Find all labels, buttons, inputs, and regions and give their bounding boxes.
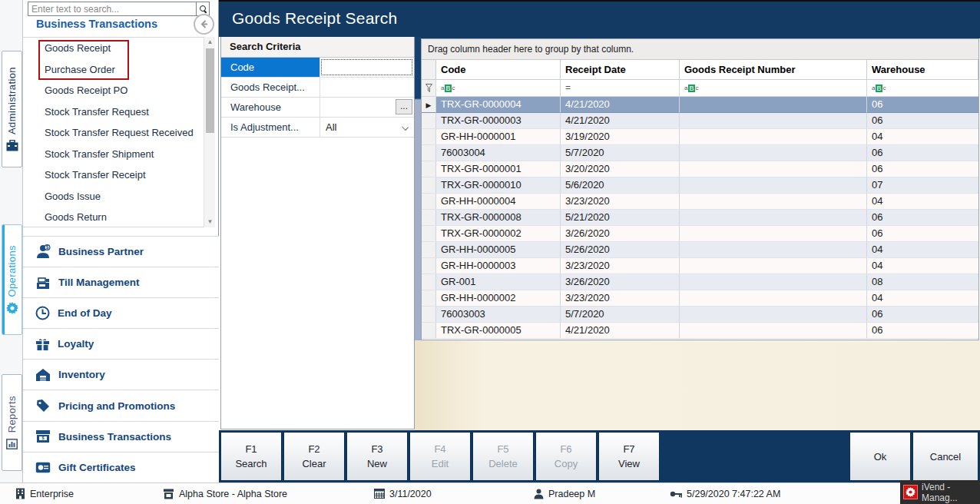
nav-group-business-partner[interactable]: $ Business Partner: [23, 236, 219, 267]
tab-reports[interactable]: Reports: [2, 374, 22, 471]
application-window: Administration Operations Reports Busine…: [0, 0, 980, 504]
column-header-goods-receipt-number[interactable]: Goods Receipt Number: [680, 60, 867, 80]
warehouse-lookup-button[interactable]: ...: [396, 99, 412, 114]
cancel-button[interactable]: Cancel: [912, 432, 978, 481]
nav-item-goods-receipt[interactable]: Goods Receipt: [23, 38, 204, 59]
cell-goods-receipt-number: [680, 226, 867, 242]
table-row[interactable]: TRX-GR-0000008 5/21/2020 06: [422, 210, 978, 226]
table-row[interactable]: TRX-GR-0000010 5/6/2020 07: [422, 177, 978, 194]
nav-item-goods-receipt-po[interactable]: Goods Receipt PO: [23, 80, 204, 101]
table-row[interactable]: GR-HH-0000004 3/23/2020 04: [422, 194, 978, 210]
f5-delete-button[interactable]: F5 Delete: [472, 432, 534, 481]
f1-search-button[interactable]: F1 Search: [220, 432, 282, 481]
group-by-panel[interactable]: Drag column header here to group by that…: [422, 39, 978, 60]
nav-group-inventory[interactable]: Inventory: [23, 359, 219, 390]
nav-item-stock-transfer-request-received[interactable]: Stock Transfer Request Received: [23, 122, 204, 144]
cell-warehouse: 04: [867, 194, 978, 210]
table-row[interactable]: GR-HH-0000002 3/23/2020 04: [422, 290, 978, 307]
nav-group-end-of-day[interactable]: End of Day: [23, 297, 219, 328]
tab-operations[interactable]: Operations: [2, 224, 22, 335]
table-row[interactable]: TRX-GR-0000005 4/21/2020 06: [422, 323, 978, 339]
cell-receipt-date: 3/19/2020: [561, 129, 680, 145]
row-indicator: [422, 161, 436, 177]
cell-receipt-date: 5/6/2020: [561, 177, 680, 194]
filter-icon: [425, 84, 432, 92]
table-row[interactable]: TRX-GR-0000002 3/26/2020 06: [422, 226, 978, 242]
nav-list-scrollbar[interactable]: ▲ ▼: [204, 37, 215, 227]
criteria-row-warehouse[interactable]: Warehouse ...: [221, 98, 414, 118]
ivend-app-icon: [903, 485, 918, 499]
nav-item-stock-transfer-receipt[interactable]: Stock Transfer Receipt: [23, 164, 204, 186]
nav-item-stock-transfer-request[interactable]: Stock Transfer Request: [23, 101, 204, 123]
nav-item-stock-transfer-shipment[interactable]: Stock Transfer Shipment: [23, 144, 204, 165]
warehouse-input[interactable]: ...: [319, 98, 414, 117]
table-row[interactable]: 76003004 5/7/2020 06: [422, 145, 978, 161]
column-header-warehouse[interactable]: Warehouse: [867, 60, 978, 80]
cell-receipt-date: 5/7/2020: [561, 145, 680, 161]
nav-section-title: Business Transactions: [36, 18, 157, 30]
nav-group-pricing-promotions[interactable]: Pricing and Promotions: [23, 390, 219, 420]
nav-item-goods-issue[interactable]: Goods Issue: [23, 186, 204, 207]
criteria-row-goods-receipt[interactable]: Goods Receipt...: [221, 78, 414, 98]
table-row[interactable]: TRX-GR-0000003 4/21/2020 06: [422, 113, 978, 129]
row-indicator: [422, 242, 436, 258]
nav-group-label: Pricing and Promotions: [58, 400, 175, 412]
ok-button[interactable]: Ok: [849, 432, 911, 481]
table-row[interactable]: 76003003 5/7/2020 06: [422, 307, 978, 323]
f6-copy-button[interactable]: F6 Copy: [535, 432, 597, 481]
nav-group-business-transactions[interactable]: $ Business Transactions: [23, 421, 219, 452]
status-store: Alpha Store - Alpha Store: [163, 483, 287, 504]
scrollbar-thumb[interactable]: [206, 48, 214, 133]
column-header-code[interactable]: Code: [436, 60, 561, 80]
f2-clear-button[interactable]: F2 Clear: [283, 432, 345, 481]
nav-group-gift-certificates[interactable]: Gift Certificates: [23, 452, 219, 482]
table-row[interactable]: GR-001 3/26/2020 08: [422, 274, 978, 290]
search-criteria-title: Search Criteria: [221, 37, 414, 58]
nav-group-label: Till Management: [58, 277, 140, 288]
cell-receipt-date: 3/26/2020: [561, 274, 680, 290]
is-adjustment-dropdown[interactable]: All: [319, 118, 414, 137]
search-input[interactable]: [28, 2, 196, 15]
scroll-down-icon[interactable]: ▼: [204, 217, 216, 227]
cell-warehouse: 04: [867, 129, 978, 145]
cell-receipt-date: 5/26/2020: [561, 242, 680, 258]
filter-cell-goods-receipt-number[interactable]: aBc: [680, 80, 867, 97]
abc-filter-icon: aBc: [872, 80, 886, 96]
filter-cell-warehouse[interactable]: aBc: [867, 80, 978, 97]
table-row[interactable]: ▶ TRX-GR-0000004 4/21/2020 06: [422, 97, 978, 113]
collapse-menu-button[interactable]: [194, 14, 214, 35]
f3-new-button[interactable]: F3 New: [346, 432, 408, 481]
button-label: Delete: [488, 458, 518, 469]
page-title: Goods Receipt Search: [219, 2, 980, 28]
f7-view-button[interactable]: F7 View: [598, 432, 660, 481]
filter-cell-code[interactable]: aBc: [436, 80, 561, 97]
criteria-row-code[interactable]: Code: [221, 58, 414, 78]
nav-group-loyalty[interactable]: Loyalty: [23, 328, 219, 359]
grid-header-row: Code Receipt Date Goods Receipt Number W…: [422, 60, 978, 80]
filter-row-indicator: [422, 80, 436, 97]
table-row[interactable]: GR-HH-0000005 5/26/2020 04: [422, 242, 978, 258]
filter-cell-receipt-date[interactable]: =: [561, 80, 680, 97]
criteria-row-is-adjustment[interactable]: Is Adjustment... All: [221, 118, 414, 138]
table-row[interactable]: GR-HH-0000001 3/19/2020 04: [422, 129, 978, 145]
cell-goods-receipt-number: [680, 113, 867, 129]
user-icon: [534, 489, 544, 499]
status-login-time: 5/29/2020 7:47:22 AM: [670, 483, 780, 504]
nav-item-purchase-order[interactable]: Purchase Order: [23, 59, 204, 81]
column-header-receipt-date[interactable]: Receipt Date: [561, 60, 680, 80]
status-enterprise-label: Enterprise: [30, 489, 74, 499]
calendar-icon: [374, 489, 385, 499]
code-input[interactable]: [319, 58, 414, 77]
nav-item-goods-return[interactable]: Goods Return: [23, 207, 204, 228]
table-row[interactable]: TRX-GR-0000001 3/20/2020 06: [422, 161, 978, 177]
scroll-up-icon[interactable]: ▲: [204, 37, 216, 48]
nav-group-till-management[interactable]: Till Management: [23, 267, 219, 297]
f4-edit-button[interactable]: F4 Edit: [409, 432, 471, 481]
cell-receipt-date: 3/23/2020: [561, 290, 680, 307]
goods-receipt-input[interactable]: [319, 78, 414, 97]
tab-administration[interactable]: Administration: [2, 51, 22, 167]
cell-warehouse: 06: [867, 307, 978, 323]
cell-goods-receipt-number: [680, 290, 867, 307]
table-row[interactable]: GR-HH-0000003 3/23/2020 04: [422, 258, 978, 274]
taskbar-ivend-item[interactable]: iVend - Manag...: [900, 480, 980, 504]
